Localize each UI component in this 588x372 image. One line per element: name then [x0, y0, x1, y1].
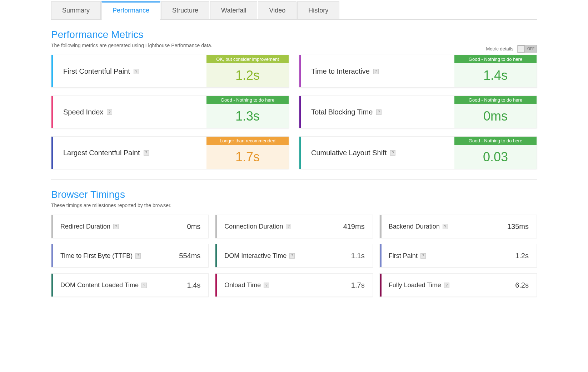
timing-value: 6.2s [515, 281, 537, 289]
tab-structure[interactable]: Structure [161, 1, 209, 19]
timing-name: Backend Duration [389, 223, 440, 230]
timing-name: First Paint [389, 252, 418, 260]
timing-value: 419ms [343, 222, 373, 231]
metric-status: Good - Nothing to do here [454, 137, 537, 145]
metric-status: Good - Nothing to do here [454, 55, 537, 63]
tab-performance[interactable]: Performance [101, 1, 160, 20]
metric-label: Time to Interactive ? [301, 55, 454, 87]
timing-card: DOM Interactive Time ? 1.1s [215, 244, 373, 268]
help-icon[interactable]: ? [376, 109, 382, 115]
timing-card: DOM Content Loaded Time ? 1.4s [51, 273, 209, 297]
timing-card: First Paint ? 1.2s [379, 244, 537, 268]
metric-value: 1.7s [206, 145, 289, 169]
timing-label: First Paint ? [382, 252, 515, 260]
metric-card: Largest Contentful Paint ? Longer than r… [51, 136, 289, 169]
timing-label: Onload Time ? [217, 282, 351, 289]
metric-card: Time to Interactive ? Good - Nothing to … [299, 55, 537, 88]
timing-label: DOM Interactive Time ? [217, 252, 351, 260]
metric-name: First Contentful Paint [63, 67, 130, 75]
timing-value: 1.4s [187, 281, 209, 289]
help-icon[interactable]: ? [264, 283, 269, 288]
metric-card: Speed Index ? Good - Nothing to do here … [51, 96, 289, 128]
help-icon[interactable]: ? [420, 253, 426, 259]
metric-name: Largest Contentful Paint [63, 149, 140, 157]
timing-card: Fully Loaded Time ? 6.2s [379, 273, 537, 297]
help-icon[interactable]: ? [373, 69, 379, 74]
timing-name: Time to First Byte (TTFB) [60, 252, 133, 260]
timing-label: Redirect Duration ? [53, 223, 187, 230]
timing-card: Connection Duration ? 419ms [215, 215, 373, 238]
metric-label: Cumulative Layout Shift ? [301, 137, 454, 169]
metric-card: Total Blocking Time ? Good - Nothing to … [299, 96, 537, 128]
timing-name: Redirect Duration [60, 223, 110, 230]
timing-card: Time to First Byte (TTFB) ? 554ms [51, 244, 209, 268]
perf-metrics-subtitle: The following metrics are generated usin… [51, 43, 212, 48]
help-icon[interactable]: ? [144, 150, 149, 156]
tab-summary[interactable]: Summary [51, 1, 101, 19]
timing-name: Onload Time [224, 282, 261, 289]
metric-score: OK, but consider improvement 1.2s [206, 55, 289, 87]
tab-waterfall[interactable]: Waterfall [210, 1, 257, 19]
metric-label: Speed Index ? [53, 96, 206, 128]
metric-details-label: Metric details [486, 46, 513, 52]
timing-card: Redirect Duration ? 0ms [51, 215, 209, 238]
metric-status: OK, but consider improvement [206, 55, 289, 63]
metric-score: Good - Nothing to do here 0ms [454, 96, 537, 128]
metric-score: Good - Nothing to do here 0.03 [454, 137, 537, 169]
metric-score: Good - Nothing to do here 1.4s [454, 55, 537, 87]
browser-timings-title: Browser Timings [51, 189, 537, 200]
metric-card: First Contentful Paint ? OK, but conside… [51, 55, 289, 88]
metric-value: 1.2s [206, 63, 289, 87]
timing-label: Fully Loaded Time ? [382, 282, 515, 289]
help-icon[interactable]: ? [107, 109, 112, 115]
timing-label: Time to First Byte (TTFB) ? [53, 252, 179, 260]
timing-value: 0ms [187, 222, 209, 231]
timing-label: Connection Duration ? [217, 223, 343, 230]
metric-value: 0.03 [454, 145, 537, 169]
divider [51, 179, 537, 180]
timing-name: Fully Loaded Time [389, 282, 441, 289]
metric-name: Time to Interactive [311, 67, 370, 75]
timing-value: 135ms [507, 222, 537, 231]
timing-name: DOM Interactive Time [224, 252, 286, 260]
timings-grid: Redirect Duration ? 0ms Connection Durat… [51, 215, 537, 297]
timing-value: 554ms [179, 252, 208, 260]
metric-card: Cumulative Layout Shift ? Good - Nothing… [299, 136, 537, 169]
help-icon[interactable]: ? [141, 283, 147, 288]
metric-label: Largest Contentful Paint ? [53, 137, 206, 169]
metric-status: Good - Nothing to do here [206, 96, 289, 104]
metric-details-toggle[interactable]: OFF [517, 45, 537, 53]
browser-timings-subtitle: These timings are milestones reported by… [51, 202, 537, 208]
help-icon[interactable]: ? [289, 253, 295, 259]
metric-status: Longer than recommended [206, 137, 289, 145]
metric-name: Speed Index [63, 108, 103, 116]
metric-name: Cumulative Layout Shift [311, 149, 387, 157]
help-icon[interactable]: ? [134, 69, 139, 74]
metric-status: Good - Nothing to do here [454, 96, 537, 104]
metric-value: 0ms [454, 104, 537, 128]
metric-label: First Contentful Paint ? [53, 55, 206, 87]
metric-value: 1.3s [206, 104, 289, 128]
tabs: SummaryPerformanceStructureWaterfallVide… [51, 1, 537, 20]
timing-name: Connection Duration [224, 223, 283, 230]
timing-label: Backend Duration ? [382, 223, 507, 230]
metric-score: Longer than recommended 1.7s [206, 137, 289, 169]
help-icon[interactable]: ? [390, 150, 395, 156]
metrics-grid: First Contentful Paint ? OK, but conside… [51, 55, 537, 169]
help-icon[interactable]: ? [135, 253, 141, 259]
metric-score: Good - Nothing to do here 1.3s [206, 96, 289, 128]
help-icon[interactable]: ? [444, 283, 449, 288]
timing-label: DOM Content Loaded Time ? [53, 282, 187, 289]
help-icon[interactable]: ? [443, 224, 448, 229]
timing-card: Onload Time ? 1.7s [215, 273, 373, 297]
timing-card: Backend Duration ? 135ms [379, 215, 537, 238]
help-icon[interactable]: ? [113, 224, 119, 229]
metric-label: Total Blocking Time ? [301, 96, 454, 128]
tab-history[interactable]: History [297, 1, 339, 19]
metric-name: Total Blocking Time [311, 108, 373, 116]
tab-video[interactable]: Video [258, 1, 297, 19]
timing-value: 1.2s [515, 252, 537, 260]
timing-value: 1.7s [351, 281, 373, 289]
help-icon[interactable]: ? [286, 224, 291, 229]
metric-value: 1.4s [454, 63, 537, 87]
